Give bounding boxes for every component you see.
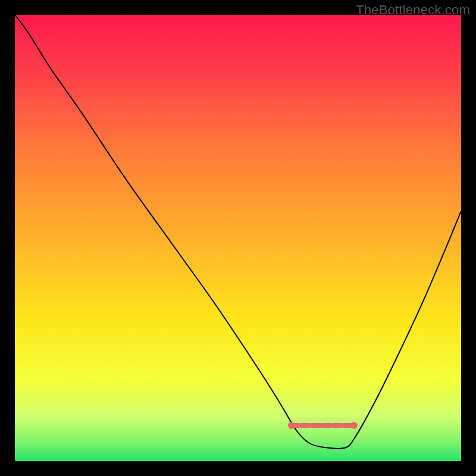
watermark-text: TheBottleneck.com <box>356 2 470 18</box>
chart-container: TheBottleneck.com <box>0 0 476 476</box>
bottleneck-heatmap-plot <box>15 15 461 461</box>
optimal-range-end-dot <box>350 422 358 429</box>
gradient-background <box>15 15 461 461</box>
optimal-range-start-dot <box>288 422 295 429</box>
